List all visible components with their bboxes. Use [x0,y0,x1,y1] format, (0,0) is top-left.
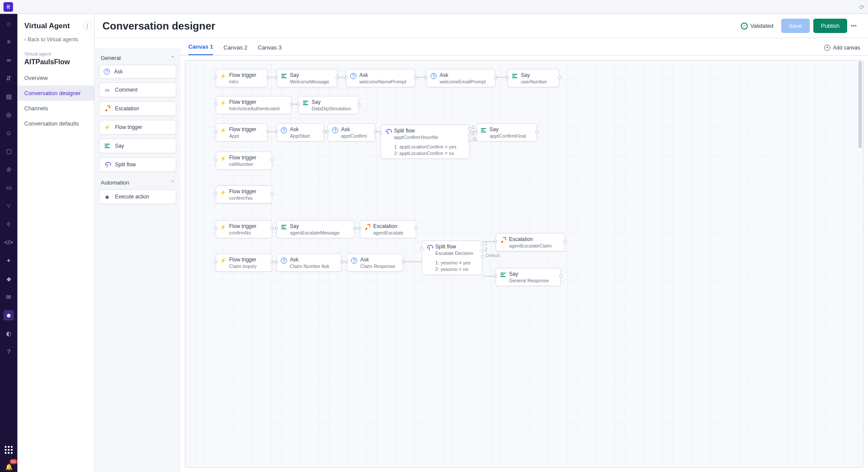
app-topbar: it ⟳ [0,0,868,14]
settings-icon[interactable]: ⟳ [859,3,865,10]
app-logo[interactable]: it [3,2,13,12]
